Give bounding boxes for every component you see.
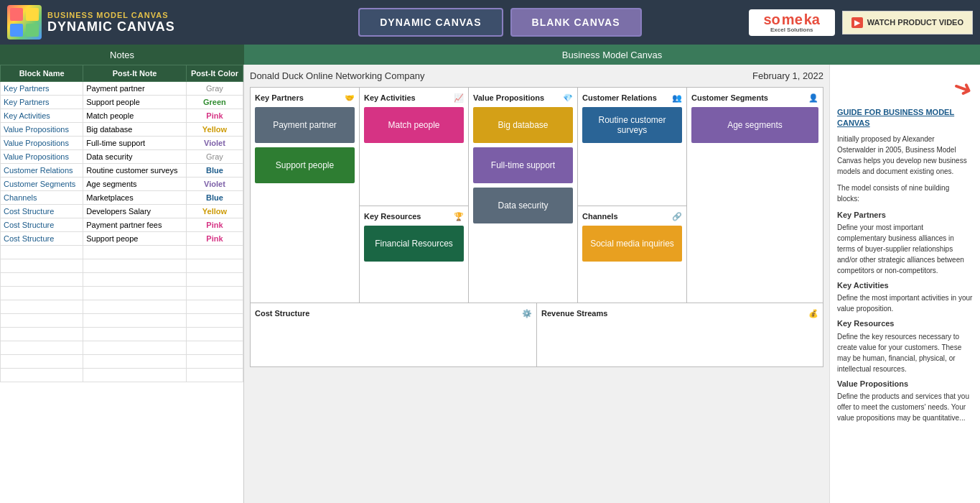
guide-section: Key Activities Define the most important… <box>837 280 973 314</box>
key-activities-block: Key Activities 📈 Match people <box>360 88 468 206</box>
logo-top-text: BUSINESS MODEL CANVAS <box>47 11 175 19</box>
bmc-grid: Key Partners 🤝 Payment partner Support p… <box>250 87 823 367</box>
guide-title: GUIDE FOR BUSINESS MODEL CANVAS <box>837 107 973 129</box>
someka-sub: Excel Solutions <box>770 27 813 33</box>
logo-icon <box>7 5 42 40</box>
customer-relations-title: Customer Relations 👥 <box>582 93 682 103</box>
post-it-color-cell: Gray <box>186 150 243 164</box>
sticky-data-security: Data security <box>473 188 573 223</box>
table-row <box>1 259 243 273</box>
bmc-top-row: Key Partners 🤝 Payment partner Support p… <box>251 88 823 303</box>
block-name-cell: Cost Structure <box>1 218 83 232</box>
canvas-label: Business Model Canvas <box>562 50 662 60</box>
post-it-note-cell: Routine customer surveys <box>83 164 187 177</box>
sticky-age-segments: Age segments <box>691 107 818 143</box>
value-propositions-title: Value Propositions 💎 <box>473 93 573 103</box>
guide-section-title: Key Activities <box>837 280 973 291</box>
guide-section-text: Define your most important complementary… <box>837 222 973 276</box>
youtube-icon: ▶ <box>851 17 863 28</box>
svg-rect-0 <box>10 8 23 21</box>
table-row <box>1 341 243 355</box>
sticky-full-time: Full-time support <box>473 147 573 183</box>
guide-section-title: Key Resources <box>837 318 973 329</box>
post-it-color-cell: Gray <box>186 82 243 96</box>
guide-section-text: Define the key resources necessary to cr… <box>837 331 973 374</box>
block-name-cell: Key Partners <box>1 96 83 109</box>
key-resources-icon: 🏆 <box>454 212 464 221</box>
guide-section: Key Resources Define the key resources n… <box>837 318 973 374</box>
sticky-big-database: Big database <box>473 107 573 143</box>
block-name-cell: Cost Structure <box>1 205 83 218</box>
notes-label: Notes <box>110 50 134 60</box>
svg-rect-3 <box>26 24 39 37</box>
key-activities-notes: Match people <box>364 107 464 143</box>
post-it-color-cell: Blue <box>186 191 243 205</box>
cost-structure-title: Cost Structure ⚙️ <box>255 309 532 318</box>
col-block-name: Block Name <box>1 65 83 82</box>
post-it-color-cell: Yellow <box>186 205 243 218</box>
post-it-color-cell: Pink <box>186 218 243 232</box>
someka-logo: so me ka Excel Solutions <box>749 9 835 36</box>
customer-segments-title: Customer Segments 👤 <box>691 93 818 103</box>
col-post-it-note: Post-It Note <box>83 65 187 82</box>
svg-rect-1 <box>26 8 39 21</box>
dynamic-canvas-button[interactable]: DYNAMIC CANVAS <box>358 8 503 37</box>
key-activities-title: Key Activities 📈 <box>364 93 464 103</box>
post-it-note-cell: Match people <box>83 109 187 123</box>
post-it-color-cell: Blue <box>186 164 243 177</box>
key-partners-title: Key Partners 🤝 <box>255 93 355 103</box>
block-name-cell: Key Partners <box>1 82 83 96</box>
company-name: Donald Duck Online Networking Company <box>250 70 425 81</box>
table-row: Cost Structure Payment partner fees Pink <box>1 218 243 232</box>
blank-canvas-button[interactable]: BLANK CANVAS <box>510 8 642 37</box>
watch-product-video-button[interactable]: ▶ WATCH PRODUCT VIDEO <box>842 11 973 34</box>
table-row: Customer Segments Age segments Violet <box>1 177 243 191</box>
block-name-cell: Customer Relations <box>1 164 83 177</box>
revenue-streams-title: Revenue Streams 💰 <box>541 309 818 318</box>
watch-btn-label: WATCH PRODUCT VIDEO <box>867 18 963 27</box>
guide-section-title: Value Propositions <box>837 379 973 389</box>
canvas-header: Donald Duck Online Networking Company Fe… <box>250 70 823 81</box>
table-row: Value Propositions Big database Yellow <box>1 123 243 137</box>
guide-section-text: Define the products and services that yo… <box>837 391 973 423</box>
post-it-note-cell: Payment partner <box>83 82 187 96</box>
guide-arrow: ➜ <box>837 72 973 104</box>
sticky-payment-partner: Payment partner <box>255 107 355 143</box>
guide-model-text: The model consists of nine building bloc… <box>837 183 973 204</box>
key-resources-title: Key Resources 🏆 <box>364 212 464 221</box>
logo-text: BUSINESS MODEL CANVAS DYNAMIC CANVAS <box>47 11 175 34</box>
table-row: Key Partners Support people Green <box>1 96 243 109</box>
channels-notes: Social media inquiries <box>582 226 682 262</box>
table-row: Customer Relations Routine customer surv… <box>1 164 243 177</box>
guide-section: Key Partners Define your most important … <box>837 210 973 276</box>
post-it-color-cell: Violet <box>186 177 243 191</box>
sub-canvas: Business Model Canvas <box>244 45 980 65</box>
canvas-date: February 1, 2022 <box>752 70 823 81</box>
table-row <box>1 287 243 300</box>
table-row <box>1 355 243 369</box>
block-name-cell: Cost Structure <box>1 232 83 246</box>
key-partners-notes: Payment partner Support people <box>255 107 355 183</box>
post-it-note-cell: Big database <box>83 123 187 137</box>
customer-segments-notes: Age segments <box>691 107 818 143</box>
value-props-icon: 💎 <box>563 93 573 103</box>
svg-rect-2 <box>10 24 23 37</box>
header: BUSINESS MODEL CANVAS DYNAMIC CANVAS DYN… <box>0 0 980 45</box>
table-row: Cost Structure Developers Salary Yellow <box>1 205 243 218</box>
relations-channels-col: Customer Relations 👥 Routine customer su… <box>578 88 687 303</box>
post-it-note-cell: Full-time support <box>83 137 187 150</box>
logo-area: BUSINESS MODEL CANVAS DYNAMIC CANVAS <box>7 5 251 40</box>
post-it-color-cell: Pink <box>186 232 243 246</box>
post-it-color-cell: Violet <box>186 137 243 150</box>
customer-relations-block: Customer Relations 👥 Routine customer su… <box>578 88 686 206</box>
customer-relations-icon: 👥 <box>672 93 682 103</box>
customer-relations-notes: Routine customer surveys <box>582 107 682 143</box>
channels-block: Channels 🔗 Social media inquiries <box>578 206 686 303</box>
guide-sections: Key Partners Define your most important … <box>837 210 973 424</box>
logo-bottom-text: DYNAMIC CANVAS <box>47 19 175 34</box>
sticky-routine-surveys: Routine customer surveys <box>582 107 682 143</box>
cost-structure-block: Cost Structure ⚙️ <box>251 303 537 366</box>
table-row: Key Activities Match people Pink <box>1 109 243 123</box>
value-props-notes: Big database Full-time support Data secu… <box>473 107 573 223</box>
post-it-note-cell: Developers Salary <box>83 205 187 218</box>
